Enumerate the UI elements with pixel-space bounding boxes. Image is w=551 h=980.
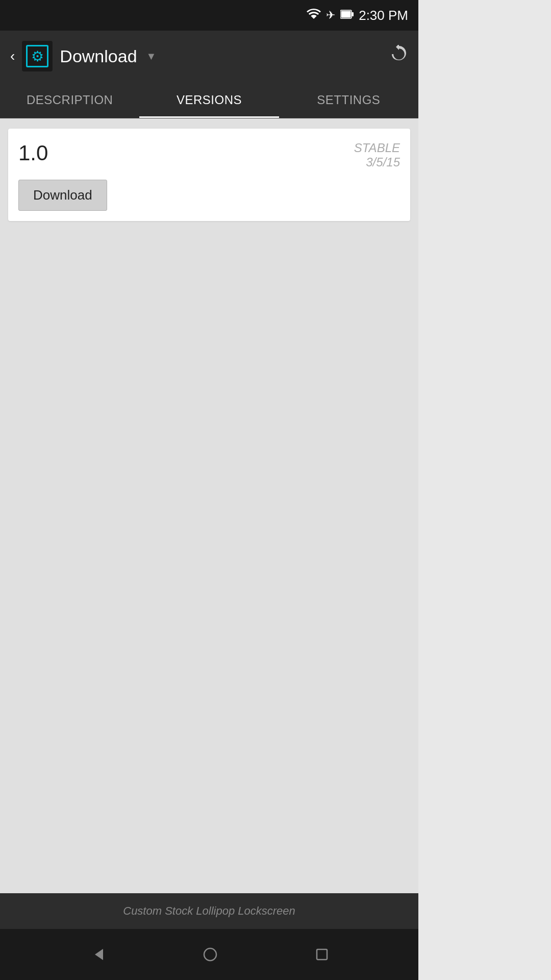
app-logo: ⚙ xyxy=(22,41,53,71)
footer-text: Custom Stock Lollipop Lockscreen xyxy=(123,904,295,918)
tab-description[interactable]: Description xyxy=(0,82,139,118)
status-bar: ✈ 2:30 PM xyxy=(0,0,418,31)
svg-point-4 xyxy=(204,948,216,961)
app-logo-inner: ⚙ xyxy=(26,45,48,67)
version-number: 1.0 xyxy=(18,141,48,165)
svg-rect-2 xyxy=(341,11,351,18)
status-time: 2:30 PM xyxy=(359,8,408,23)
puzzle-icon: ⚙ xyxy=(31,48,44,65)
back-icon[interactable]: ‹ xyxy=(10,48,15,64)
tabs-bar: Description Versions Settings xyxy=(0,82,418,118)
app-bar: ‹ ⚙ Download ▼ xyxy=(0,31,418,82)
version-stable-label: STABLE xyxy=(354,141,400,155)
app-bar-left: ‹ ⚙ Download ▼ xyxy=(10,41,156,71)
nav-bar xyxy=(0,929,418,980)
download-button[interactable]: Download xyxy=(18,180,107,211)
main-content: 1.0 STABLE 3/5/15 Download xyxy=(0,118,418,893)
airplane-icon: ✈ xyxy=(326,9,335,22)
battery-icon xyxy=(340,9,354,21)
version-date: 3/5/15 xyxy=(354,155,400,169)
status-icons: ✈ 2:30 PM xyxy=(307,8,408,23)
svg-rect-1 xyxy=(352,12,354,16)
refresh-icon[interactable] xyxy=(390,45,408,67)
tab-settings[interactable]: Settings xyxy=(279,82,418,118)
nav-recents-button[interactable] xyxy=(309,942,335,967)
nav-home-button[interactable] xyxy=(196,941,224,968)
footer: Custom Stock Lollipop Lockscreen xyxy=(0,893,418,929)
signal-indicator: ▼ xyxy=(146,51,157,62)
version-card: 1.0 STABLE 3/5/15 Download xyxy=(8,129,410,221)
nav-back-button[interactable] xyxy=(84,941,111,968)
tab-versions[interactable]: Versions xyxy=(139,82,279,118)
app-bar-title: Download xyxy=(60,46,137,66)
svg-rect-5 xyxy=(317,949,327,960)
version-card-header: 1.0 STABLE 3/5/15 xyxy=(18,141,400,169)
version-meta: STABLE 3/5/15 xyxy=(354,141,400,169)
svg-marker-3 xyxy=(95,949,103,960)
wifi-icon xyxy=(307,9,321,22)
